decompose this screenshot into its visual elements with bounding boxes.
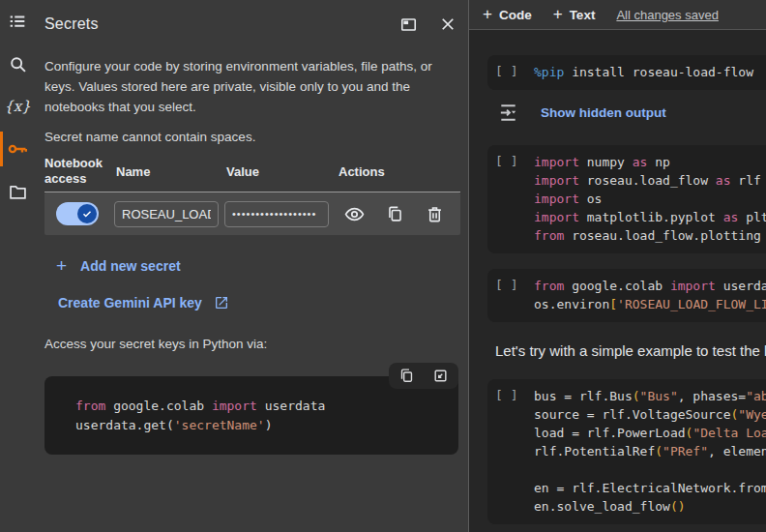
external-link-icon xyxy=(214,295,229,310)
notebook-toolbar: + Code + Text All changes saved xyxy=(469,0,766,30)
add-text-cell-button[interactable]: + Text xyxy=(553,5,596,24)
python-snippet: from google.colab import userdatauserdat… xyxy=(44,376,458,455)
show-output-icon[interactable] xyxy=(497,102,519,124)
plus-icon: + xyxy=(483,5,492,24)
code-cell-pip-install[interactable]: [ ] %pip install roseau-load-flow xyxy=(487,55,766,90)
sidebar-item-table-of-contents[interactable] xyxy=(0,0,35,43)
secrets-panel: Secrets Configure your code by storing e… xyxy=(35,0,468,532)
code-cell-network[interactable]: [ ] bus = rlf.Bus("Bus", phases="abcn")s… xyxy=(487,379,766,524)
run-cell-button[interactable]: [ ] xyxy=(495,387,520,516)
delete-secret-icon[interactable] xyxy=(426,205,444,223)
copy-secret-icon[interactable] xyxy=(386,205,404,223)
toggle-thumb xyxy=(77,204,97,223)
snippet-toolbar xyxy=(389,363,458,389)
sidebar-item-search[interactable] xyxy=(0,43,35,85)
code-cell-license[interactable]: [ ] from google.colab import userdataos.… xyxy=(487,269,766,322)
secrets-table-header: Notebook access Name Value Actions xyxy=(44,156,460,192)
create-gemini-api-key-label: Create Gemini API key xyxy=(58,295,202,310)
insert-code-icon[interactable] xyxy=(432,368,449,384)
add-text-label: Text xyxy=(570,8,596,22)
run-cell-button[interactable]: [ ] xyxy=(495,63,520,81)
add-code-cell-button[interactable]: + Code xyxy=(483,5,532,24)
run-cell-button[interactable]: [ ] xyxy=(495,277,520,313)
column-header-actions: Actions xyxy=(335,164,460,179)
column-header-name: Name xyxy=(116,164,226,179)
secret-name-input[interactable] xyxy=(114,201,219,227)
variables-icon: {x} xyxy=(4,98,31,115)
copy-code-icon[interactable] xyxy=(398,368,415,384)
markdown-cell[interactable]: Let's try with a simple example to test … xyxy=(495,342,766,359)
notebook-area: + Code + Text All changes saved [ ] %pip… xyxy=(469,0,766,532)
search-icon xyxy=(8,54,28,74)
show-value-eye-icon[interactable] xyxy=(344,204,365,224)
hidden-output-row: Show hidden output xyxy=(497,102,766,124)
sidebar-item-secrets[interactable] xyxy=(0,128,35,170)
activity-bar: {x} xyxy=(0,0,35,532)
save-status-link[interactable]: All changes saved xyxy=(616,8,719,22)
open-in-tab-icon[interactable] xyxy=(399,15,418,34)
notebook-content: [ ] %pip install roseau-load-flow Show h… xyxy=(469,30,766,524)
secret-row-actions xyxy=(333,204,460,224)
sidebar-item-variables[interactable]: {x} xyxy=(0,85,35,128)
close-icon[interactable] xyxy=(439,15,457,33)
plus-icon: + xyxy=(553,5,563,24)
add-new-secret-label: Add new secret xyxy=(80,258,180,274)
key-icon xyxy=(6,137,29,161)
panel-note: Secret name cannot contain spaces. xyxy=(44,130,458,144)
panel-divider[interactable] xyxy=(468,0,469,532)
secrets-panel-header: Secrets xyxy=(43,0,460,44)
add-new-secret-button[interactable]: + Add new secret xyxy=(56,258,181,274)
page-title: Secrets xyxy=(44,15,99,33)
run-cell-button[interactable]: [ ] xyxy=(495,153,520,245)
access-hint: Access your secret keys in Python via: xyxy=(44,337,458,351)
secret-value-input[interactable] xyxy=(224,201,329,227)
notebook-access-toggle[interactable] xyxy=(56,202,99,225)
column-header-value: Value xyxy=(226,164,335,179)
show-hidden-output-button[interactable]: Show hidden output xyxy=(541,105,666,120)
column-header-access: Notebook access xyxy=(44,156,116,187)
sidebar-item-files[interactable] xyxy=(0,170,35,213)
folder-icon xyxy=(8,182,28,202)
add-code-label: Code xyxy=(499,8,532,22)
create-gemini-api-key-button[interactable]: Create Gemini API key xyxy=(58,295,229,310)
panel-description: Configure your code by storing environme… xyxy=(44,56,458,117)
table-row xyxy=(44,192,460,235)
code-cell-imports[interactable]: [ ] import numpy as npimport roseau.load… xyxy=(487,145,766,253)
list-icon xyxy=(7,11,28,32)
plus-icon: + xyxy=(56,259,67,273)
